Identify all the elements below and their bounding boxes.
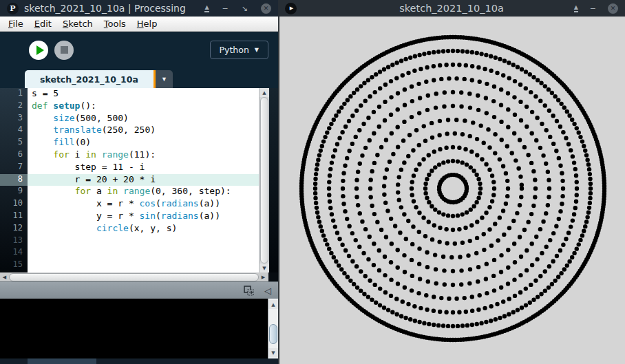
close-window-icon[interactable]: ✕ (261, 3, 271, 14)
tab-sketch-2021-10-10a[interactable]: sketch_2021_10_10a (25, 70, 153, 88)
gutter-line-number: 7 (0, 162, 28, 174)
menu-file-label: ile (13, 19, 23, 29)
footer-segment (28, 358, 96, 364)
sketch-app-icon: ▶ (285, 3, 297, 14)
menu-tools-label: ools (108, 19, 126, 29)
chevron-down-icon: ▼ (161, 76, 167, 83)
scroll-left-icon[interactable]: ◀ (0, 272, 9, 281)
menu-sketch[interactable]: Sketch (57, 19, 98, 29)
code-line[interactable]: translate(250, 250) (28, 125, 278, 137)
scroll-up-icon[interactable]: ▲ (259, 88, 269, 97)
menu-sketch-label: ketch (68, 19, 93, 29)
toolbar: Python ▼ (0, 32, 278, 68)
gutter-line-number: 9 (0, 186, 28, 198)
gutter-line-number: 3 (0, 113, 28, 125)
gutter-line-number: 4 (0, 125, 28, 137)
message-bar: ◁ (0, 281, 278, 299)
menu-help-mnemonic: H (137, 19, 144, 29)
menu-help[interactable]: Help (131, 19, 163, 29)
code-line[interactable] (28, 235, 278, 248)
gutter-line-number: 13 (0, 235, 28, 248)
code-line[interactable]: s = 5 (28, 88, 278, 100)
ide-window-controls: ▲ − ↘ ✕ (204, 3, 271, 14)
code-line[interactable] (28, 247, 278, 259)
scroll-down-icon[interactable]: ▼ (259, 264, 269, 272)
mode-selector-button[interactable]: Python ▼ (210, 41, 269, 59)
gutter-line-number: 2 (0, 100, 28, 113)
ide-footer-bar (0, 358, 278, 364)
menu-file[interactable]: File (3, 19, 29, 29)
gutter-line-number: 1 (0, 88, 28, 100)
code-line[interactable]: size(500, 500) (28, 113, 278, 125)
sketch-titlebar: sketch_2021_10_10a ▶ ▲ − ✕ (278, 0, 625, 17)
gutter-line-number: 15 (0, 259, 28, 272)
code-line[interactable]: y = r * sin(radians(a)) (28, 211, 278, 223)
menubar: File Edit Sketch Tools Help (0, 17, 278, 32)
tab-bar: sketch_2021_10_10a ▼ (0, 68, 278, 88)
gutter-line-number: 12 (0, 223, 28, 235)
copy-console-output-icon[interactable] (243, 285, 255, 297)
code-line[interactable]: for a in range(0, 360, step): (28, 186, 278, 198)
sketch-window-controls: ▲ − ✕ (574, 3, 618, 14)
horizontal-scrollbar-thumb[interactable] (9, 273, 259, 281)
console-text (0, 299, 278, 304)
play-icon (36, 45, 44, 55)
code-editor[interactable]: 123456789101112131415 s = 5def setup(): … (0, 88, 278, 272)
editor-gutter: 123456789101112131415 (0, 88, 28, 272)
code-line[interactable]: for i in range(11): (28, 149, 278, 162)
stop-button[interactable] (54, 41, 74, 60)
code-line[interactable]: fill(0) (28, 137, 278, 149)
scrollbar-corner (268, 272, 278, 281)
code-line[interactable]: x = r * cos(radians(a)) (28, 198, 278, 211)
run-button[interactable] (29, 41, 48, 60)
menu-edit-label: dit (40, 19, 52, 29)
screen: P sketch_2021_10_10a | Processing ▲ − ↘ … (0, 0, 625, 364)
menu-tools[interactable]: Tools (98, 19, 131, 29)
menu-help-label: elp (144, 19, 158, 29)
tab-menu-button[interactable]: ▼ (156, 70, 173, 88)
console-vertical-scrollbar[interactable]: ▲ ▼ (268, 299, 278, 358)
gutter-line-number: 11 (0, 211, 28, 223)
resize-window-icon[interactable]: ↘ (242, 5, 248, 12)
mode-label: Python (220, 45, 249, 55)
minimize-window-icon[interactable]: − (222, 5, 229, 12)
close-window-icon[interactable]: ✕ (608, 3, 618, 14)
editor-scrollbar-thumb[interactable] (260, 97, 268, 264)
processing-ide-window: P sketch_2021_10_10a | Processing ▲ − ↘ … (0, 0, 278, 364)
scroll-up-icon[interactable]: ▲ (268, 300, 278, 309)
scroll-right-icon[interactable]: ▶ (259, 272, 268, 281)
sketch-canvas (278, 17, 625, 364)
gutter-line-number: 8 (0, 174, 28, 186)
code-line[interactable]: circle(x, y, s) (28, 223, 278, 235)
gutter-line-number: 10 (0, 198, 28, 211)
sketch-output-window: sketch_2021_10_10a ▶ ▲ − ✕ (278, 0, 625, 364)
gutter-line-number: 5 (0, 137, 28, 149)
collapse-console-icon[interactable]: ◁ (264, 286, 271, 295)
dot-circles-drawing (281, 17, 625, 361)
code-line[interactable]: r = 20 + 20 * i (28, 174, 278, 186)
editor-vertical-scrollbar[interactable]: ▲ ▼ (259, 88, 269, 272)
console-scrollbar-thumb[interactable] (269, 324, 277, 345)
scroll-down-icon[interactable]: ▼ (268, 348, 278, 357)
shade-window-icon[interactable]: ▲ (204, 5, 209, 12)
editor-right-pad (269, 88, 278, 272)
editor-code[interactable]: s = 5def setup(): size(500, 500) transla… (28, 88, 278, 272)
console-output[interactable]: ▲ ▼ (0, 299, 278, 358)
ide-titlebar: P sketch_2021_10_10a | Processing ▲ − ↘ … (0, 0, 278, 17)
code-line[interactable] (28, 259, 278, 272)
processing-logo-icon: P (7, 3, 19, 14)
editor-horizontal-scrollbar[interactable]: ◀ ▶ (0, 272, 278, 281)
shade-window-icon[interactable]: ▲ (574, 5, 578, 12)
sketch-window-title: sketch_2021_10_10a (278, 3, 625, 14)
minimize-window-icon[interactable]: − (590, 5, 596, 12)
gutter-line-number: 14 (0, 247, 28, 259)
menu-edit-mnemonic: E (34, 19, 40, 29)
menu-edit[interactable]: Edit (29, 19, 57, 29)
code-line[interactable]: def setup(): (28, 100, 278, 113)
gutter-line-number: 6 (0, 149, 28, 162)
code-line[interactable]: step = 11 - i (28, 162, 278, 174)
menu-sketch-mnemonic: S (63, 19, 68, 29)
chevron-down-icon: ▼ (255, 47, 259, 53)
stop-icon (61, 46, 68, 54)
ide-window-title: sketch_2021_10_10a | Processing (24, 3, 186, 14)
